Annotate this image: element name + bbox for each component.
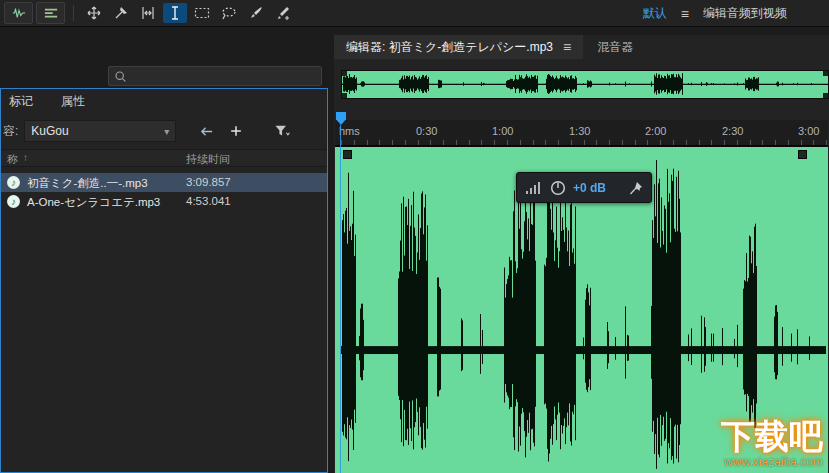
add-file-button[interactable] — [224, 120, 248, 142]
audio-file-icon: ♪ — [7, 176, 20, 189]
waveform-icon — [11, 6, 27, 20]
tab-editor-active[interactable]: 编辑器: 初音ミク-創造テレパシー.mp3 ≡ — [334, 35, 583, 59]
playhead-line — [340, 125, 341, 473]
lasso-tool-button[interactable] — [217, 3, 241, 23]
text-tool-button[interactable] — [163, 3, 187, 23]
range-handle-bottom-left[interactable] — [342, 93, 347, 98]
toolbar-separator — [73, 5, 74, 21]
workspace-edit-audio-to-video[interactable]: 编辑音频到视频 — [703, 5, 787, 22]
search-box — [108, 66, 322, 86]
search-icon — [114, 70, 127, 83]
range-handle-top-left[interactable] — [342, 71, 347, 76]
marquee-tool-button[interactable] — [190, 3, 214, 23]
filter-funnel-icon — [274, 124, 291, 138]
waveform-view-button[interactable] — [4, 2, 33, 24]
top-toolbar: 默认 ≡ 编辑音频到视频 — [0, 0, 829, 27]
plus-icon — [229, 124, 243, 138]
text-tool-icon — [167, 5, 183, 21]
chevron-down-icon: ▾ — [164, 126, 169, 137]
fade-out-handle[interactable] — [798, 150, 807, 159]
file-row-selected[interactable]: ♪ 初音ミク-創造..一-.mp3 3:09.857 — [1, 173, 327, 192]
heal-tool-icon — [275, 5, 291, 21]
editor-tab-title: 编辑器: 初音ミク-創造テレパシー.mp3 — [346, 39, 553, 56]
tab-markers[interactable]: 标记 — [9, 93, 33, 110]
overview-waveform-canvas[interactable] — [342, 71, 828, 98]
column-header-name[interactable]: 称 — [7, 152, 18, 167]
level-meter-icon — [525, 181, 543, 195]
contents-dropdown-value: KuGou — [31, 124, 68, 138]
ruler-label: 2:00 — [645, 125, 666, 137]
file-name: A-One-センラコエテ.mp3 — [27, 195, 160, 210]
back-button[interactable] — [194, 120, 218, 142]
multitrack-icon — [43, 6, 59, 20]
ruler-label: 2:30 — [722, 125, 743, 137]
audition-window: 默认 ≡ 编辑音频到视频 标记 属性 容: KuGou ▾ — [0, 0, 829, 473]
pin-icon[interactable] — [629, 181, 643, 195]
multitrack-view-button[interactable] — [36, 2, 65, 24]
ruler-label: 1:00 — [492, 125, 513, 137]
volume-hud[interactable]: +0 dB — [516, 172, 652, 203]
filter-button[interactable] — [270, 120, 294, 142]
move-tool-icon — [86, 5, 102, 21]
back-arrow-icon — [199, 124, 214, 139]
contents-label: 容: — [3, 123, 18, 140]
file-duration: 4:53.041 — [186, 195, 231, 207]
overview-navigator — [341, 70, 829, 99]
brush-tool-icon — [248, 5, 264, 21]
sort-up-icon: ↑ — [23, 152, 28, 163]
tab-mixer[interactable]: 混音器 — [597, 39, 633, 56]
ruler-label: 3:00 — [798, 125, 819, 137]
ruler-label: hms — [339, 125, 360, 137]
editor-panel: 编辑器: 初音ミク-創造テレパシー.mp3 ≡ 混音器 hms 0:30 1:0… — [334, 35, 829, 473]
ruler-label: 1:30 — [569, 125, 590, 137]
files-panel-controls: 容: KuGou ▾ — [1, 119, 327, 143]
files-list-header: 称 ↑ 持续时间 — [1, 149, 327, 167]
file-duration: 3:09.857 — [186, 176, 231, 188]
gain-value[interactable]: +0 dB — [573, 181, 606, 195]
files-panel-tabs: 标记 属性 — [1, 89, 85, 113]
file-row[interactable]: ♪ A-One-センラコエテ.mp3 4:53.041 — [1, 192, 327, 211]
files-panel: 标记 属性 容: KuGou ▾ — [0, 88, 328, 473]
razor-tool-icon — [113, 5, 129, 21]
brush-tool-button[interactable] — [244, 3, 268, 23]
lasso-tool-icon — [221, 5, 237, 21]
editor-tabbar: 编辑器: 初音ミク-創造テレパシー.mp3 ≡ 混音器 — [334, 35, 829, 59]
ruler-label: 0:30 — [416, 125, 437, 137]
slip-tool-button[interactable] — [136, 3, 160, 23]
audio-file-icon: ♪ — [7, 195, 20, 208]
file-name: 初音ミク-創造..一-.mp3 — [27, 176, 148, 191]
column-header-duration[interactable]: 持续时间 — [186, 152, 230, 167]
panel-menu-icon[interactable]: ≡ — [563, 40, 571, 54]
search-input[interactable] — [132, 68, 316, 84]
toolbar-right-group: 默认 ≡ 编辑音频到视频 — [643, 0, 787, 27]
razor-tool-button[interactable] — [109, 3, 133, 23]
fade-in-handle[interactable] — [343, 150, 352, 159]
range-handle-top-right[interactable] — [823, 71, 828, 76]
tab-properties[interactable]: 属性 — [61, 93, 85, 110]
range-handle-bottom-right[interactable] — [823, 93, 828, 98]
contents-dropdown[interactable]: KuGou ▾ — [24, 120, 176, 142]
slip-tool-icon — [140, 5, 156, 21]
gain-knob-icon[interactable] — [550, 180, 566, 196]
workspace-menu-icon[interactable]: ≡ — [681, 7, 689, 21]
timeline-ruler[interactable]: hms 0:30 1:00 1:30 2:00 2:30 3:00 — [335, 120, 828, 146]
marquee-tool-icon — [194, 5, 210, 21]
workspace-default-button[interactable]: 默认 — [643, 5, 667, 22]
heal-tool-button[interactable] — [271, 3, 295, 23]
move-tool-button[interactable] — [82, 3, 106, 23]
